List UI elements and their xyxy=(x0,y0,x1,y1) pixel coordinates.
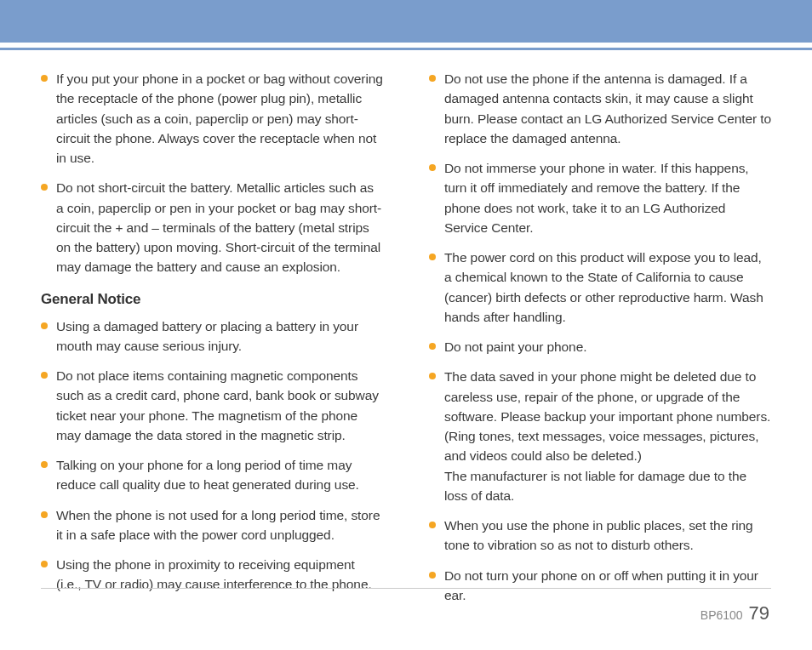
list-item: Do not turn your phone on or off when pu… xyxy=(429,566,771,606)
header-band xyxy=(0,0,812,43)
subhead-general-notice: General Notice xyxy=(41,291,383,308)
page-number: 79 xyxy=(749,602,769,624)
list-item: Do not immerse your phone in water. If t… xyxy=(429,158,771,237)
page-footer: BP6100 79 xyxy=(700,602,769,624)
list-item: Do not place items containing magnetic c… xyxy=(41,366,383,445)
list-item: When you use the phone in public places,… xyxy=(429,516,771,556)
list-item: Using a damaged battery or placing a bat… xyxy=(41,316,383,356)
page-body: If you put your phone in a pocket or bag… xyxy=(0,50,812,615)
list-item: When the phone is not used for a long pe… xyxy=(41,505,383,545)
list-item: If you put your phone in a pocket or bag… xyxy=(41,69,383,168)
list-item: Do not short-circuit the battery. Metall… xyxy=(41,178,383,277)
list-item: Talking on your phone for a long period … xyxy=(41,455,383,495)
right-column: Do not use the phone if the antenna is d… xyxy=(429,69,771,615)
left-column: If you put your phone in a pocket or bag… xyxy=(41,69,383,615)
list-item: The power cord on this product will expo… xyxy=(429,248,771,327)
bullet-list-right: Do not use the phone if the antenna is d… xyxy=(429,69,771,605)
footer-rule xyxy=(41,588,771,589)
model-number: BP6100 xyxy=(700,608,743,622)
list-item: The data saved in your phone might be de… xyxy=(429,367,771,505)
list-item: Do not use the phone if the antenna is d… xyxy=(429,69,771,148)
bullet-list-b: Using a damaged battery or placing a bat… xyxy=(41,316,383,595)
list-item: Do not paint your phone. xyxy=(429,337,771,356)
bullet-list-a: If you put your phone in a pocket or bag… xyxy=(41,69,383,277)
